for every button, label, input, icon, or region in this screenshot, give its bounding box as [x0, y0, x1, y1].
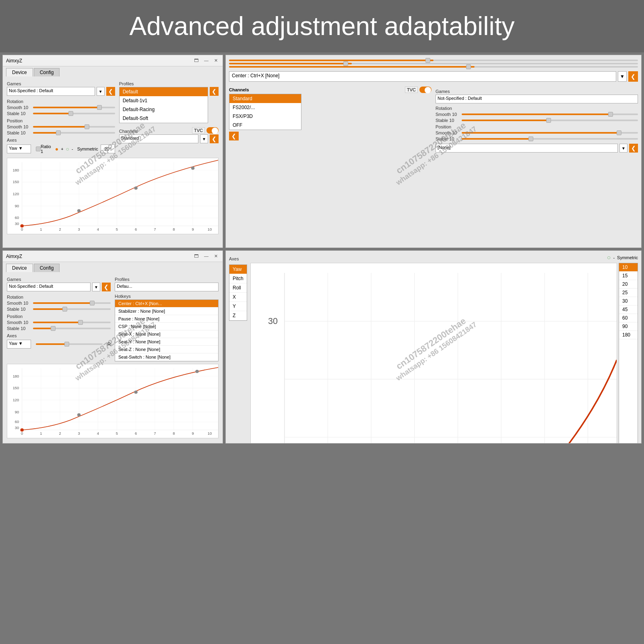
channel-fsx[interactable]: FSX/P3D	[229, 112, 301, 121]
channels-dropdown: Standard FS2002/... FSX/P3D OFF	[229, 94, 301, 130]
ts1[interactable]	[229, 60, 638, 61]
stable-slider-2[interactable]	[33, 132, 115, 134]
smooth-right-1: Smooth 10	[436, 112, 638, 117]
none-select[interactable]: [None]	[436, 144, 618, 153]
games-right-select[interactable]: Not-Specified : Default	[436, 95, 638, 103]
sym-row-br: ○ - Symmetric	[250, 254, 638, 261]
hotkey-5[interactable]: Seat-Y : None [None]	[115, 338, 218, 346]
header-title: Advanced adjustment adaptability	[129, 11, 514, 41]
w2-games-select[interactable]: Not-Specified : Default	[7, 283, 91, 291]
w2-minimize-icon[interactable]: 🗖	[192, 254, 200, 259]
stable-slider-1[interactable]	[33, 113, 115, 114]
svg-text:90: 90	[15, 410, 19, 414]
graph1-svg: 180 150 120 90 60 30 0 1 2 3 4 5 6 7 8	[7, 158, 218, 234]
w2-stable-slider-2[interactable]	[33, 328, 111, 329]
axis-yaw[interactable]: Yaw	[229, 265, 247, 274]
center-arrow[interactable]: ▼	[618, 71, 627, 82]
hotkey-7[interactable]: Seat-Switch : None [None]	[115, 353, 218, 361]
tvc-right-toggle[interactable]	[419, 87, 431, 93]
degree-90[interactable]: 90	[619, 322, 638, 331]
smooth-slider-1[interactable]	[33, 107, 115, 108]
stable-right-slider-2[interactable]	[462, 138, 638, 140]
axis-x[interactable]: X	[229, 293, 247, 302]
close-icon[interactable]: ✕	[213, 58, 219, 63]
axis-z[interactable]: Z	[229, 311, 247, 320]
channels-list-btn[interactable]: ❮	[229, 132, 239, 140]
hotkey-2[interactable]: Pause : None [None]	[115, 315, 218, 323]
degree-20[interactable]: 20	[619, 280, 638, 289]
tab-config[interactable]: Config	[34, 68, 60, 76]
profile-default[interactable]: Default	[120, 87, 208, 96]
smooth-right-slider-1[interactable]	[462, 114, 638, 115]
profiles-list: Default Default-1v1 Default-Racing Defau…	[119, 87, 208, 123]
axis-y[interactable]: Y	[229, 302, 247, 311]
axis-pitch[interactable]: Pitch	[229, 274, 247, 283]
svg-text:1: 1	[40, 227, 42, 231]
axes-select[interactable]: Yaw ▼	[7, 144, 31, 153]
axis-roll[interactable]: Roll	[229, 283, 247, 293]
center-btn[interactable]: ❮	[628, 71, 638, 82]
w2-axes-select[interactable]: Yaw ▼	[7, 340, 31, 349]
none-arrow[interactable]: ▼	[619, 144, 627, 153]
games-arrow[interactable]: ▼	[97, 87, 105, 96]
hotkey-3[interactable]: CSP : None [None]	[115, 323, 218, 330]
profile-1v1[interactable]: Default-1v1	[120, 96, 208, 105]
w2-smooth-row-1: Smooth 10	[7, 301, 111, 305]
tvc-toggle[interactable]	[206, 127, 219, 134]
profile-soft[interactable]: Default-Soft	[120, 114, 208, 123]
games-btn[interactable]: ❮	[106, 87, 115, 96]
w2-smooth-slider-1[interactable]	[33, 302, 111, 304]
channels-btn[interactable]: ❮	[210, 134, 219, 143]
w2-stable-slider-1[interactable]	[33, 308, 111, 310]
degree-25[interactable]: 25	[619, 289, 638, 297]
graph2: 180 150 120 90 60 30 0 1 2 3 4 5 6 7 8 9	[7, 364, 219, 438]
position-right-label: Position	[436, 124, 638, 129]
degree-10[interactable]: 10	[619, 263, 638, 272]
none-btn[interactable]: ❮	[629, 144, 638, 153]
degree-45[interactable]: 45	[619, 305, 638, 314]
degree-180[interactable]: 180	[619, 331, 638, 339]
svg-point-53	[20, 428, 23, 431]
w2-games-arrow[interactable]: ▼	[92, 283, 100, 291]
tab-device[interactable]: Device	[6, 68, 33, 76]
center-select[interactable]: Center : Ctrl+X [None]	[229, 71, 616, 82]
w2-tab-config[interactable]: Config	[34, 264, 60, 272]
hotkey-4[interactable]: Seat-X : None [None]	[115, 330, 218, 338]
w2-profiles-select[interactable]: Defau...	[115, 283, 219, 291]
svg-point-19	[191, 167, 194, 170]
hotkey-0[interactable]: Center : Ctrl+X [Non...	[115, 300, 218, 308]
degree-30[interactable]: 30	[619, 297, 638, 305]
hotkey-1[interactable]: Stabilizer : None [None]	[115, 308, 218, 315]
channel-standard[interactable]: Standard	[229, 94, 301, 103]
channel-fs2002[interactable]: FS2002/...	[229, 103, 301, 112]
graph-br: 30 0 0 1 2 3 4 5 6 7 8	[250, 263, 617, 444]
ts2[interactable]	[229, 63, 638, 64]
hotkey-6[interactable]: Seat-Z : None [None]	[115, 346, 218, 353]
window1-titlebar: AimxyZ 🗖 — ✕	[3, 55, 223, 66]
smooth-slider-2[interactable]	[33, 126, 115, 128]
w2-smooth-slider-2[interactable]	[33, 322, 111, 323]
maximize-icon[interactable]: —	[202, 58, 210, 63]
w2-tab-device[interactable]: Device	[6, 264, 33, 272]
minimize-icon[interactable]: 🗖	[192, 58, 200, 63]
w2-games-btn[interactable]: ❮	[102, 283, 111, 291]
profiles-btn[interactable]: ❮	[210, 87, 219, 96]
channel-off[interactable]: OFF	[229, 121, 301, 130]
w2-maximize-icon[interactable]: —	[202, 254, 210, 259]
smooth-right-slider-2[interactable]	[462, 132, 638, 134]
ts3[interactable]	[229, 66, 638, 68]
degree-15[interactable]: 15	[619, 272, 638, 280]
window2-two-col: Games Not-Specified : Default ▼ ❮ Rotati…	[7, 275, 219, 361]
svg-text:60: 60	[15, 420, 19, 424]
w2-axes-slider[interactable]	[36, 343, 103, 345]
stable-right-slider-1[interactable]	[462, 120, 638, 121]
degree-60[interactable]: 60	[619, 314, 638, 322]
sym-br-label: Symmetric	[617, 255, 638, 260]
smooth-row-1: Smooth 10	[7, 105, 115, 110]
symmetric-input[interactable]	[101, 144, 115, 153]
profile-racing[interactable]: Default-Racing	[120, 105, 208, 114]
w2-close-icon[interactable]: ✕	[213, 254, 219, 259]
games-select[interactable]: Not-Specified : Default	[7, 87, 95, 96]
channels-arrow[interactable]: ▼	[200, 134, 208, 143]
channels-select[interactable]: Standard	[119, 134, 198, 143]
